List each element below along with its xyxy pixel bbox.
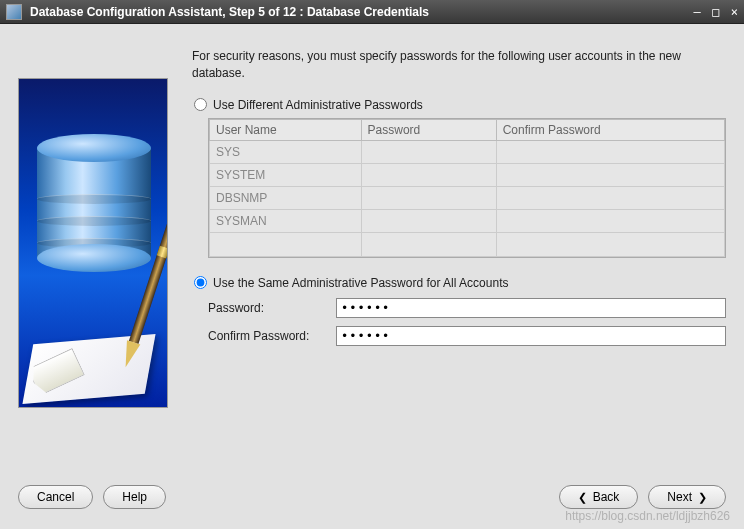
next-label: Next — [667, 490, 692, 504]
cell-password — [361, 163, 496, 186]
back-button[interactable]: ❮ Back — [559, 485, 639, 509]
cell-username: SYSTEM — [210, 163, 362, 186]
confirm-password-input[interactable] — [336, 326, 726, 346]
table-row: SYSTEM — [210, 163, 725, 186]
option-different-passwords[interactable]: Use Different Administrative Passwords — [194, 98, 726, 112]
window-titlebar: Database Configuration Assistant, Step 5… — [0, 0, 744, 24]
help-label: Help — [122, 490, 147, 504]
chevron-left-icon: ❮ — [578, 491, 587, 504]
wizard-side-graphic — [18, 78, 168, 408]
radio-different-label: Use Different Administrative Passwords — [213, 98, 423, 112]
cancel-label: Cancel — [37, 490, 74, 504]
table-row-empty — [210, 232, 725, 256]
cell-confirm — [496, 163, 724, 186]
cell-confirm — [496, 186, 724, 209]
database-icon — [37, 134, 151, 264]
cell-username: DBSNMP — [210, 186, 362, 209]
cell-confirm — [496, 140, 724, 163]
main-panel: For security reasons, you must specify p… — [192, 48, 726, 461]
radio-same[interactable] — [194, 276, 207, 289]
window-title: Database Configuration Assistant, Step 5… — [30, 5, 686, 19]
maximize-button[interactable]: □ — [712, 5, 719, 19]
cell-username: SYSMAN — [210, 209, 362, 232]
col-confirm[interactable]: Confirm Password — [496, 119, 724, 140]
radio-same-label: Use the Same Administrative Password for… — [213, 276, 508, 290]
option-same-password[interactable]: Use the Same Administrative Password for… — [194, 276, 726, 290]
close-button[interactable]: × — [731, 5, 738, 19]
back-label: Back — [593, 490, 620, 504]
confirm-password-label: Confirm Password: — [208, 329, 336, 343]
credentials-table: User Name Password Confirm Password SYS — [208, 118, 726, 258]
table-row: DBSNMP — [210, 186, 725, 209]
cell-password — [361, 186, 496, 209]
cancel-button[interactable]: Cancel — [18, 485, 93, 509]
password-input[interactable] — [336, 298, 726, 318]
password-label: Password: — [208, 301, 336, 315]
minimize-button[interactable]: – — [694, 5, 701, 19]
chevron-right-icon: ❯ — [698, 491, 707, 504]
col-password[interactable]: Password — [361, 119, 496, 140]
cell-confirm — [496, 209, 724, 232]
radio-different[interactable] — [194, 98, 207, 111]
instruction-text: For security reasons, you must specify p… — [192, 48, 726, 82]
next-button[interactable]: Next ❯ — [648, 485, 726, 509]
col-username[interactable]: User Name — [210, 119, 362, 140]
table-row: SYSMAN — [210, 209, 725, 232]
button-bar: Cancel Help ❮ Back Next ❯ — [0, 469, 744, 529]
app-icon — [6, 4, 22, 20]
help-button[interactable]: Help — [103, 485, 166, 509]
cell-username: SYS — [210, 140, 362, 163]
table-row: SYS — [210, 140, 725, 163]
cell-password — [361, 209, 496, 232]
cell-password — [361, 140, 496, 163]
